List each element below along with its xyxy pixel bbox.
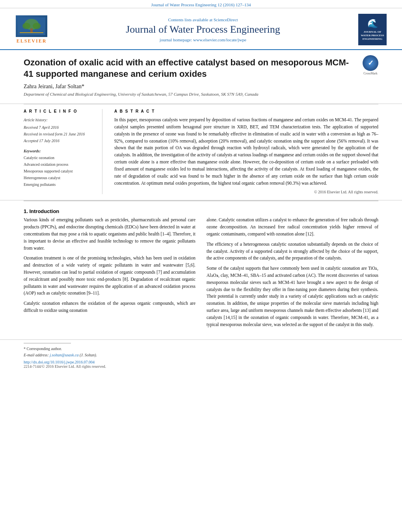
doi-text: http://dx.doi.org/10.1016/j.jwpe.2016.07… (24, 360, 95, 364)
article-title: Ozonation of oxalic acid with an effecti… (24, 57, 357, 80)
svg-rect-5 (20, 32, 43, 33)
homepage-url[interactable]: www.elsevier.com/locate/jwpe (193, 37, 246, 42)
keyword-2: Advanced oxidation process (24, 161, 94, 168)
received-date: Received 7 April 2016 (24, 124, 94, 131)
authors: Zahra Jeirani, Jafar Soltan* (24, 83, 357, 90)
page-wrapper: Journal of Water Process Engineering 12 … (0, 0, 402, 532)
intro-para-1: Various kinds of emerging pollutants suc… (24, 217, 195, 252)
col-right: alone. Catalytic ozonation utilizes a ca… (207, 217, 378, 331)
footer-notes: * Corresponding author. E-mail address: … (0, 339, 402, 373)
top-bar: Journal of Water Process Engineering 12 … (0, 0, 402, 8)
elsevier-logo: ELSEVIER (12, 15, 51, 44)
svg-point-3 (22, 23, 30, 29)
keyword-3: Mesoporous supported catalyst (24, 168, 94, 174)
keyword-5: Emerging pollutants (24, 181, 94, 188)
journal-logo-box: 🌊 JOURNAL OF WATER PROCESS ENGINEERING (355, 14, 390, 45)
copyright-line: © 2016 Elsevier Ltd. All rights reserved… (114, 190, 378, 194)
col-left: Various kinds of emerging pollutants suc… (24, 217, 195, 331)
history-label: Article history: (24, 117, 94, 123)
section-1-title: 1. Introduction (24, 208, 378, 214)
doi-line[interactable]: http://dx.doi.org/10.1016/j.jwpe.2016.07… (24, 360, 378, 364)
received-revised-date: Received in revised form 21 June 2016 (24, 131, 94, 137)
journal-logo-line3: ENGINEERING (363, 37, 383, 41)
elsevier-tree-icon (18, 17, 45, 35)
journal-title: Journal of Water Process Engineering (51, 24, 355, 35)
crossmark: ✓ CrossMark (363, 55, 378, 75)
two-col-layout: Various kinds of emerging pollutants suc… (24, 217, 378, 331)
journal-ref-text: Journal of Water Process Engineering 12 … (151, 2, 251, 7)
journal-homepage: journal homepage: www.elsevier.com/locat… (51, 37, 355, 42)
abstract-title: A B S T R A C T (114, 109, 378, 113)
article-info-section: A R T I C L E I N F O Article history: R… (0, 104, 402, 200)
footnote-corresponding: * Corresponding author. (24, 346, 378, 352)
affiliation: Department of Chemical and Biological En… (24, 92, 357, 96)
authors-text: Zahra Jeirani, Jafar Soltan* (24, 83, 84, 89)
journal-logo-img: 🌊 JOURNAL OF WATER PROCESS ENGINEERING (358, 14, 387, 45)
contents-label: Contents lists available at (168, 17, 212, 22)
journal-logo-line2: WATER PROCESS (361, 34, 384, 37)
crossmark-label: CrossMark (363, 72, 378, 75)
svg-point-4 (33, 23, 41, 29)
header-section: ELSEVIER Contents lists available at Sci… (0, 8, 402, 50)
footnote-email: E-mail address: j.soltan@usask.ca (J. So… (24, 352, 378, 358)
intro-para-5: The efficiency of a heterogeneous cataly… (207, 241, 378, 262)
keywords-section: Keywords: Catalytic ozonation Advanced o… (24, 149, 94, 188)
intro-para-2: Ozonation treatment is one of the promis… (24, 255, 195, 297)
asterisk-note: * Corresponding author. (24, 347, 62, 351)
article-header: Ozonation of oxalic acid with an effecti… (0, 50, 402, 104)
email-person: (J. Soltan). (80, 353, 97, 357)
sciencedirect-name[interactable]: ScienceDirect (214, 17, 238, 22)
main-content: 1. Introduction Various kinds of emergin… (0, 201, 402, 339)
sciencedirect-text: Contents lists available at ScienceDirec… (51, 17, 355, 22)
intro-para-4: alone. Catalytic ozonation utilizes a ca… (207, 217, 378, 237)
abstract-text: In this paper, mesoporous catalysts were… (114, 117, 378, 187)
journal-logo-line1: JOURNAL OF (364, 30, 382, 34)
keyword-1: Catalytic ozonation (24, 154, 94, 161)
article-info-right: A B S T R A C T In this paper, mesoporou… (114, 109, 378, 194)
intro-para-6: Some of the catalyst supports that have … (207, 265, 378, 328)
keywords-title: Keywords: (24, 149, 94, 153)
issn-line: 2214-7144/© 2016 Elsevier Ltd. All right… (24, 364, 378, 369)
crossmark-icon: ✓ (363, 55, 378, 71)
svg-rect-2 (30, 28, 33, 32)
email-label: E-mail address: (24, 353, 49, 357)
keyword-4: Heterogeneous catalyst (24, 174, 94, 181)
elsevier-logo-box (16, 15, 47, 37)
header-center: Contents lists available at ScienceDirec… (51, 17, 355, 42)
accepted-date: Accepted 17 July 2016 (24, 137, 94, 144)
article-info-left: A R T I C L E I N F O Article history: R… (24, 109, 102, 194)
email-address[interactable]: j.soltan@usask.ca (50, 353, 78, 357)
globe-icon: 🌊 (367, 18, 378, 30)
intro-para-3: Catalytic ozonation enhances the oxidati… (24, 300, 195, 314)
elsevier-wordmark: ELSEVIER (17, 38, 47, 44)
article-history: Article history: Received 7 April 2016 R… (24, 117, 94, 144)
homepage-label: journal homepage: (160, 37, 192, 42)
article-info-title: A R T I C L E I N F O (24, 109, 94, 113)
